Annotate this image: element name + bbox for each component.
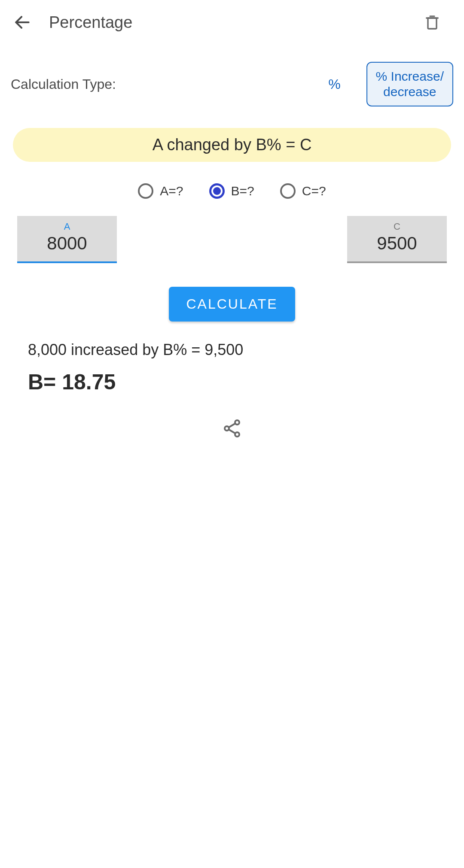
input-a[interactable]: A 8000 xyxy=(17,216,117,263)
radio-circle-icon xyxy=(138,183,153,199)
calculate-button[interactable]: CALCULATE xyxy=(169,287,295,322)
svg-line-7 xyxy=(229,424,235,428)
tab-increase-line1: % Increase/ xyxy=(376,69,444,84)
input-c-label: C xyxy=(394,221,400,232)
result-statement: 8,000 increased by B% = 9,500 xyxy=(0,337,464,363)
input-spacer xyxy=(182,216,282,263)
tab-increase-decrease[interactable]: % Increase/ decrease xyxy=(366,62,453,106)
radio-a[interactable]: A=? xyxy=(138,183,183,199)
input-a-label: A xyxy=(64,221,70,232)
result-answer: B= 18.75 xyxy=(0,363,464,407)
tab-percent[interactable]: % xyxy=(307,68,362,101)
input-c-value: 9500 xyxy=(377,233,417,254)
svg-rect-3 xyxy=(428,18,437,29)
radio-circle-icon xyxy=(280,183,296,199)
back-arrow-icon[interactable] xyxy=(13,13,32,32)
input-underline xyxy=(347,261,447,263)
radio-circle-selected-icon xyxy=(209,183,225,199)
calc-type-label: Calculation Type: xyxy=(11,76,302,92)
input-underline xyxy=(17,261,117,263)
radio-b[interactable]: B=? xyxy=(209,183,254,199)
trash-icon[interactable] xyxy=(424,13,443,32)
tab-increase-line2: decrease xyxy=(376,84,444,100)
input-c[interactable]: C 9500 xyxy=(347,216,447,263)
radio-c[interactable]: C=? xyxy=(280,183,326,199)
share-icon[interactable] xyxy=(222,418,242,439)
page-title: Percentage xyxy=(49,13,406,32)
formula-display: A changed by B% = C xyxy=(13,128,451,162)
radio-a-label: A=? xyxy=(160,184,183,198)
radio-b-label: B=? xyxy=(231,184,254,198)
radio-c-label: C=? xyxy=(302,184,326,198)
svg-line-8 xyxy=(229,430,235,434)
input-a-value: 8000 xyxy=(47,233,87,254)
